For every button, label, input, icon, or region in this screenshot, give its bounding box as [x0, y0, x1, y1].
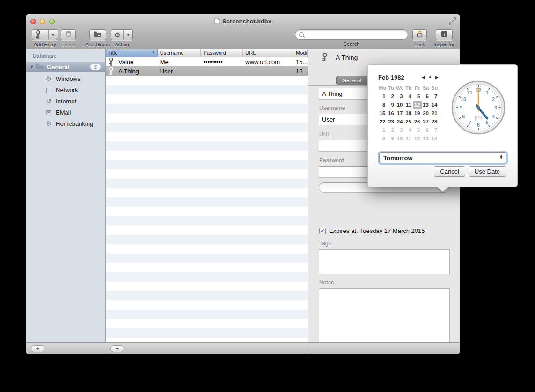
calendar-day[interactable]: 13	[422, 134, 431, 143]
calendar-day[interactable]: 9	[387, 101, 396, 109]
inspector-button[interactable]: i	[436, 29, 453, 40]
calendar-day[interactable]: 6	[422, 92, 431, 101]
divider	[106, 343, 106, 354]
empty-row	[106, 282, 308, 291]
calendar-day[interactable]: 4	[404, 92, 413, 101]
calendar-day[interactable]: 3	[396, 126, 404, 134]
calendar-day[interactable]: 6	[422, 126, 431, 134]
calendar-day[interactable]: 18	[404, 109, 413, 117]
calendar-day[interactable]: 8	[378, 134, 387, 143]
gear-icon: ⚙	[45, 75, 52, 82]
notes-label: Notes	[319, 279, 334, 286]
group-count-badge: 2	[90, 64, 101, 70]
window-title: Screenshot.kdbx	[26, 18, 460, 26]
sidebar-item-internet[interactable]: ↺Internet	[26, 95, 105, 107]
calendar-day[interactable]: 28	[430, 117, 439, 126]
inspector-entry-title: A Thing	[336, 54, 358, 61]
svg-text:pm: pm	[475, 114, 483, 121]
add-entry-button[interactable]: ▼	[32, 29, 58, 40]
column-header-password[interactable]: Password	[201, 49, 243, 57]
sidebar-item-email[interactable]: ✉EMail	[26, 107, 105, 118]
tags-input[interactable]	[319, 249, 450, 274]
username-label: Username	[319, 105, 345, 111]
calendar-day[interactable]: 10	[396, 101, 404, 109]
calendar-day-header: Fr	[413, 84, 422, 92]
inspector-label: Inspector	[433, 42, 454, 47]
add-group-plus-button[interactable]: +	[31, 345, 44, 352]
calendar-day[interactable]: 1	[378, 126, 387, 134]
calendar-day[interactable]: 7	[430, 92, 439, 101]
key-icon	[320, 53, 330, 62]
use-date-button[interactable]: Use Date	[469, 166, 506, 177]
calendar-day[interactable]: 17	[396, 109, 404, 117]
calendar-day[interactable]: 13	[422, 101, 431, 109]
column-header-username[interactable]: Username	[158, 49, 201, 57]
chevron-down-icon[interactable]: ▼	[48, 30, 58, 40]
calendar-day[interactable]: 19	[413, 109, 422, 117]
lock-group: Lock	[412, 29, 427, 47]
chevron-down-icon[interactable]: ▼	[123, 30, 132, 40]
calendar-day[interactable]: 10	[396, 134, 404, 143]
calendar-day[interactable]: 20	[422, 109, 431, 117]
folder-plus-icon	[94, 31, 102, 39]
add-group-button[interactable]	[89, 29, 106, 40]
sidebar-item-homebanking[interactable]: ⚙Homebanking	[26, 118, 105, 129]
date-preset-dropdown[interactable]: Tomorrow ▲▼	[379, 152, 506, 163]
calendar-day[interactable]: 22	[378, 117, 387, 126]
action-button[interactable]: ⚙ ▼	[111, 29, 133, 40]
calendar-day[interactable]: 14	[430, 101, 439, 109]
table-row[interactable]: A ThingUser15…	[106, 66, 308, 76]
calendar-nav[interactable]: ◀ ● ▶	[422, 75, 440, 80]
add-entry-label: Add Entry	[34, 42, 56, 47]
sidebar-item-windows[interactable]: ⚙Windows	[26, 73, 105, 84]
calendar-day[interactable]: 11	[404, 134, 413, 143]
calendar-day[interactable]: 9	[387, 134, 396, 143]
lock-button[interactable]	[412, 29, 427, 40]
calendar-day[interactable]: 3	[396, 92, 404, 101]
calendar-day[interactable]: 12	[413, 134, 422, 143]
sidebar-item-network[interactable]: ▤Network	[26, 84, 105, 95]
calendar-day[interactable]: 5	[413, 92, 422, 101]
calendar-day[interactable]: 23	[387, 117, 396, 126]
column-header-modi[interactable]: Modi…	[293, 49, 308, 57]
calendar-day-selected[interactable]: 12	[413, 101, 422, 109]
calendar-day[interactable]: 27	[422, 117, 431, 126]
tab-general[interactable]: General	[336, 76, 367, 85]
expires-row: ✓ Expires at: Tuesday 17 March 2015	[319, 227, 425, 234]
sidebar-section-header: Database	[33, 53, 57, 58]
svg-text:i: i	[443, 31, 445, 36]
svg-text:4: 4	[492, 114, 495, 119]
folder-icon	[36, 63, 44, 71]
calendar-day[interactable]: 24	[396, 117, 404, 126]
calendar-day[interactable]: 15	[378, 109, 387, 117]
calendar-day[interactable]: 1	[378, 92, 387, 101]
fullscreen-icon[interactable]	[448, 17, 457, 25]
calendar-day[interactable]: 2	[387, 126, 396, 134]
calendar-day[interactable]: 11	[404, 101, 413, 109]
entry-list-header: Title▼UsernamePasswordURLModi…	[106, 49, 308, 57]
calendar-day[interactable]: 16	[387, 109, 396, 117]
calendar-day[interactable]: 5	[413, 126, 422, 134]
delete-button[interactable]	[61, 29, 76, 40]
table-row[interactable]: ValueMe•••••••••www.url.com15…	[106, 57, 308, 66]
calendar-day[interactable]: 8	[378, 101, 387, 109]
cell-password: •••••••••	[201, 58, 243, 65]
calendar-day[interactable]: 2	[387, 92, 396, 101]
expires-checkbox[interactable]: ✓	[319, 228, 326, 234]
calendar-day[interactable]: 7	[430, 126, 439, 134]
column-header-title[interactable]: Title▼	[106, 49, 158, 57]
sidebar-group-general[interactable]: ▼ General 2	[26, 62, 105, 72]
search-field[interactable]	[295, 29, 408, 40]
calendar-day[interactable]: 21	[430, 109, 439, 117]
calendar-day[interactable]: 25	[404, 117, 413, 126]
calendar-day[interactable]: 14	[430, 134, 439, 143]
add-entry-plus-button[interactable]: +	[110, 345, 124, 352]
empty-row	[106, 291, 308, 300]
column-header-url[interactable]: URL	[243, 49, 293, 57]
cancel-button[interactable]: Cancel	[434, 166, 465, 177]
calendar-day[interactable]: 26	[413, 117, 422, 126]
disclosure-triangle-icon[interactable]: ▼	[28, 65, 36, 69]
calendar-day[interactable]: 4	[404, 126, 413, 134]
search-input[interactable]	[307, 31, 403, 38]
expires-label: Expires at: Tuesday 17 March 2015	[329, 227, 425, 234]
